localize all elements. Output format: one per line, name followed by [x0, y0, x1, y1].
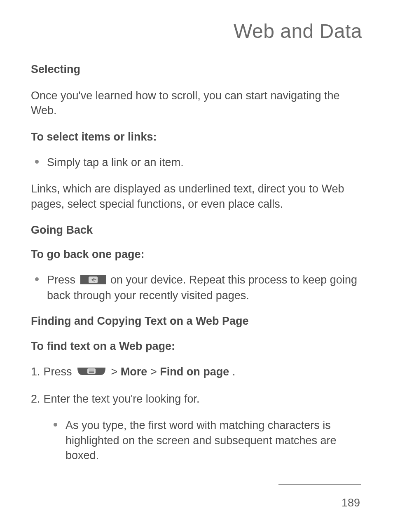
bullet-dot-icon: [35, 277, 39, 281]
text-fragment: Press: [47, 274, 79, 286]
page-number: 189: [342, 497, 360, 509]
heading-finding: Finding and Copying Text on a Web Page: [31, 315, 362, 328]
separator: >: [150, 366, 160, 378]
bullet-text: Simply tap a link or an item.: [47, 155, 362, 170]
text-fragment: .: [232, 366, 236, 378]
intro-paragraph: Once you've learned how to scroll, you c…: [31, 88, 362, 118]
separator: >: [111, 366, 121, 378]
bullet-text: Press on your device. Repeat this proces…: [47, 272, 362, 303]
back-key-icon: [80, 273, 106, 288]
menu-more-label: More: [121, 366, 147, 378]
bullet-dot-icon: [35, 160, 39, 164]
step-1: 1. Press > More > Find on page .: [31, 364, 362, 380]
bullet-text: As you type, the first word with matchin…: [66, 418, 362, 463]
menu-key-icon: [77, 365, 106, 380]
step-text: Enter the text you're looking for.: [44, 391, 362, 406]
subhead-select-items: To select items or links:: [31, 131, 362, 143]
links-paragraph: Links, which are displayed as underlined…: [31, 181, 362, 211]
bullet-dot-icon: [54, 423, 57, 427]
subhead-find-text: To find text on a Web page:: [31, 340, 362, 353]
footer-rule: [278, 484, 361, 485]
step-number: 2.: [31, 391, 40, 406]
page-title: Web and Data: [31, 20, 362, 42]
heading-going-back: Going Back: [31, 224, 362, 237]
subhead-go-back: To go back one page:: [31, 248, 362, 261]
step-number: 1.: [31, 364, 40, 379]
text-fragment: Press: [44, 366, 75, 378]
bullet-item: As you type, the first word with matchin…: [31, 418, 362, 463]
step-text: Press > More > Find on page .: [44, 364, 362, 380]
svg-rect-3: [89, 370, 94, 370]
menu-find-label: Find on page: [160, 366, 229, 378]
step-2: 2. Enter the text you're looking for.: [31, 391, 362, 406]
bullet-item: Press on your device. Repeat this proces…: [31, 272, 362, 303]
svg-rect-5: [89, 372, 94, 373]
svg-rect-4: [89, 371, 94, 372]
bullet-item: Simply tap a link or an item.: [31, 155, 362, 170]
heading-selecting: Selecting: [31, 63, 362, 76]
